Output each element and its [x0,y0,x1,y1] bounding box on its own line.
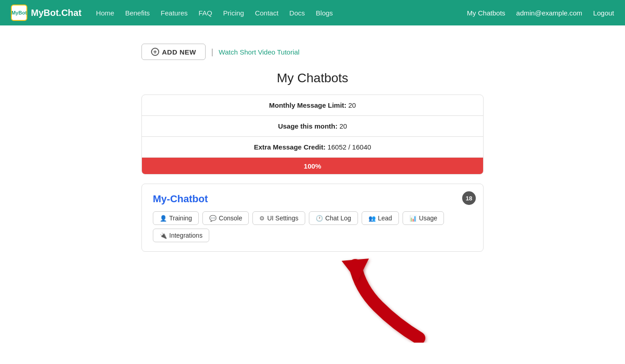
svg-marker-0 [342,259,369,281]
nav-home[interactable]: Home [96,9,114,17]
nav-faq[interactable]: FAQ [199,9,212,17]
progress-bar: 100% [142,158,483,174]
integrations-icon: 🔌 [160,232,167,239]
nav-pricing[interactable]: Pricing [223,9,244,17]
page-title: My Chatbots [141,71,484,85]
usage-label: Usage [419,214,437,222]
usage-button[interactable]: 📊 Usage [403,211,444,225]
chatbot-badge: 18 [462,191,476,205]
logo-icon: MyBot [11,5,27,21]
nav-my-chatbots[interactable]: My Chatbots [467,9,505,17]
lead-icon: 👥 [368,215,376,222]
nav-logout[interactable]: Logout [593,9,614,17]
arrow-icon [323,252,437,343]
nav-left: MyBot MyBot.Chat Home Benefits Features … [11,5,333,21]
ui-settings-icon: ⚙ [259,215,265,222]
monthly-limit-label: Monthly Message Limit: [269,101,347,109]
navbar: MyBot MyBot.Chat Home Benefits Features … [0,0,625,25]
video-tutorial-link[interactable]: Watch Short Video Tutorial [219,48,300,56]
plus-icon: + [151,48,159,56]
integrations-label: Integrations [169,232,202,239]
action-buttons: 👤 Training 💬 Console ⚙ UI Settings 🕐 Cha… [153,211,472,242]
ui-settings-button[interactable]: ⚙ UI Settings [252,211,305,225]
separator: | [211,47,213,57]
main-content: + ADD NEW | Watch Short Video Tutorial M… [131,25,494,364]
console-label: Console [219,214,242,222]
nav-links: Home Benefits Features FAQ Pricing Conta… [96,9,333,17]
nav-benefits[interactable]: Benefits [125,9,150,17]
training-icon: 👤 [160,215,167,222]
chat-log-icon: 🕐 [316,215,323,222]
nav-user-email[interactable]: admin@example.com [516,9,582,17]
lead-button[interactable]: 👥 Lead [362,211,399,225]
credit-value: 16052 / 16040 [328,143,371,151]
usage-icon: 📊 [409,215,417,222]
chatbot-card: 18 My-Chatbot 👤 Training 💬 Console ⚙ UI … [141,184,484,252]
credit-row: Extra Message Credit: 16052 / 16040 [142,137,483,158]
logo: MyBot MyBot.Chat [11,5,81,21]
nav-features[interactable]: Features [161,9,187,17]
training-button[interactable]: 👤 Training [153,211,199,225]
nav-right: My Chatbots admin@example.com Logout [467,9,614,17]
usage-value: 20 [339,122,347,130]
console-button[interactable]: 💬 Console [202,211,249,225]
chatbot-name[interactable]: My-Chatbot [153,193,472,205]
integrations-button[interactable]: 🔌 Integrations [153,229,209,242]
add-new-button[interactable]: + ADD NEW [141,44,206,60]
nav-contact[interactable]: Contact [255,9,278,17]
usage-row: Usage this month: 20 [142,116,483,137]
top-bar: + ADD NEW | Watch Short Video Tutorial [141,44,484,60]
monthly-limit-row: Monthly Message Limit: 20 [142,95,483,116]
console-icon: 💬 [209,215,217,222]
ui-settings-label: UI Settings [267,214,298,222]
nav-blogs[interactable]: Blogs [316,9,333,17]
credit-label: Extra Message Credit: [254,143,326,151]
stats-card: Monthly Message Limit: 20 Usage this mon… [141,95,484,175]
monthly-limit-value: 20 [348,101,356,109]
chat-log-button[interactable]: 🕐 Chat Log [309,211,358,225]
chat-log-label: Chat Log [325,214,351,222]
lead-label: Lead [378,214,392,222]
progress-label: 100% [304,162,321,170]
training-label: Training [169,214,192,222]
brand-name: MyBot.Chat [31,8,81,18]
usage-label: Usage this month: [278,122,338,130]
add-new-label: ADD NEW [162,48,196,56]
nav-docs[interactable]: Docs [289,9,305,17]
arrow-container [141,252,484,352]
